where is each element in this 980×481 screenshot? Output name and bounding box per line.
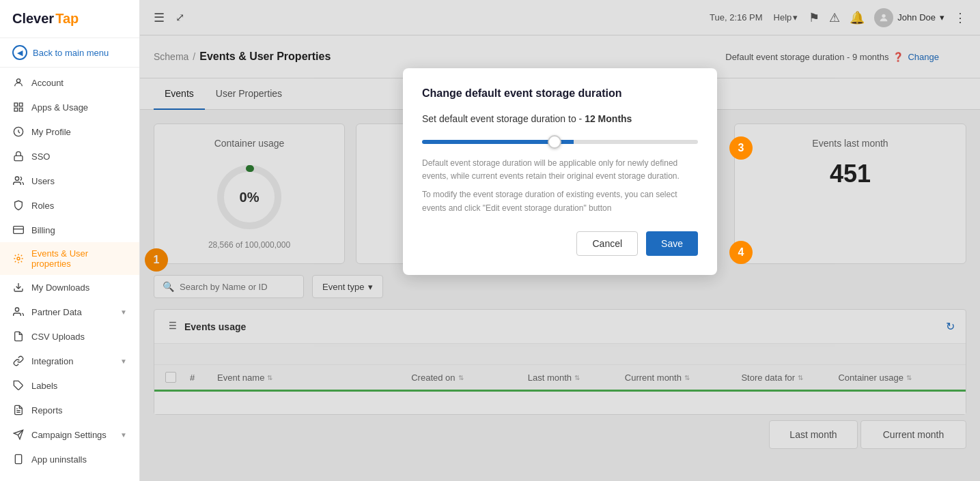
sidebar-item-reports-label: Reports (31, 405, 63, 416)
slider-container (422, 135, 698, 146)
reports-icon (12, 404, 25, 416)
sidebar-item-downloads[interactable]: My Downloads (0, 275, 139, 300)
sidebar-item-app-uninstalls[interactable]: App uninstalls (0, 447, 139, 471)
cancel-button[interactable]: Cancel (576, 231, 638, 256)
svg-rect-1 (14, 103, 18, 106)
back-icon: ◀ (12, 45, 27, 60)
sidebar-item-app-uninstalls-label: App uninstalls (31, 454, 87, 465)
sidebar-item-account[interactable]: Account (0, 70, 139, 95)
modal-title: Change default event storage duration (422, 87, 698, 100)
account-icon (12, 76, 25, 89)
app-uninstalls-icon (12, 453, 25, 465)
users-icon (12, 175, 25, 187)
sidebar-item-billing-label: Billing (31, 225, 55, 235)
sidebar-nav: Account Apps & Usage My Profile SSO User… (0, 68, 139, 481)
sidebar-item-roles-label: Roles (31, 201, 54, 211)
svg-rect-8 (14, 227, 24, 234)
sidebar-item-csv-uploads[interactable]: CSV Uploads (0, 324, 139, 349)
modal-note-1: Default event storage duration will be a… (422, 157, 698, 183)
svg-point-7 (15, 177, 18, 180)
partner-chevron-icon: ▼ (120, 308, 127, 316)
campaign-chevron-icon: ▼ (120, 431, 127, 439)
sidebar-item-users[interactable]: Users (0, 169, 139, 193)
logo-clever: Clever (12, 11, 54, 27)
sidebar-item-users-label: Users (31, 176, 55, 186)
sidebar-item-partner-label: Partner Data (31, 307, 82, 317)
modal-overlay: Change default event storage duration Se… (140, 0, 980, 481)
modal-label: Set default event storage duration to - … (422, 113, 698, 124)
svg-rect-2 (19, 103, 23, 106)
integration-icon (12, 355, 25, 367)
back-to-main-menu[interactable]: ◀ Back to main menu (0, 38, 139, 68)
sidebar-item-billing[interactable]: Billing (0, 218, 139, 242)
sidebar-item-roles[interactable]: Roles (0, 193, 139, 218)
sidebar: CleverTap ◀ Back to main menu Account Ap… (0, 0, 140, 481)
svg-point-12 (15, 308, 18, 311)
svg-rect-16 (15, 454, 21, 463)
sidebar-item-labels[interactable]: Labels (0, 373, 139, 398)
sidebar-item-integration[interactable]: Integration ▼ (0, 349, 139, 373)
sidebar-item-downloads-label: My Downloads (31, 282, 89, 293)
sidebar-item-integration-label: Integration (31, 356, 73, 366)
modal-note-2: To modify the event storage duration of … (422, 188, 698, 214)
sso-icon (12, 150, 25, 162)
sidebar-item-campaign-settings[interactable]: Campaign Settings ▼ (0, 422, 139, 447)
profile-icon (12, 126, 25, 138)
modal-change-storage: Change default event storage duration Se… (403, 68, 717, 275)
sidebar-item-apps-usage[interactable]: Apps & Usage (0, 95, 139, 119)
sidebar-item-sso[interactable]: SSO (0, 144, 139, 169)
storage-slider[interactable] (422, 140, 698, 144)
sidebar-item-reports[interactable]: Reports (0, 398, 139, 422)
logo-tap: Tap (55, 11, 79, 27)
save-button[interactable]: Save (646, 231, 698, 256)
sidebar-item-labels-label: Labels (31, 381, 57, 391)
sidebar-item-partner-data[interactable]: Partner Data ▼ (0, 300, 139, 324)
events-icon (12, 252, 25, 265)
sidebar-item-profile-label: My Profile (31, 127, 71, 137)
roles-icon (12, 199, 25, 212)
sidebar-item-campaign-label: Campaign Settings (31, 430, 107, 440)
modal-footer: Cancel Save (422, 231, 698, 256)
annotation-4: 4 (729, 241, 753, 264)
billing-icon (12, 224, 25, 236)
sidebar-item-profile[interactable]: My Profile (0, 119, 139, 144)
sidebar-item-events-user-properties[interactable]: Events & User properties (0, 242, 139, 275)
sidebar-item-account-label: Account (31, 78, 64, 88)
svg-point-10 (17, 257, 20, 260)
sidebar-item-csv-label: CSV Uploads (31, 332, 85, 342)
svg-rect-3 (14, 108, 18, 111)
back-label: Back to main menu (33, 48, 109, 58)
integration-chevron-icon: ▼ (120, 358, 127, 365)
modal-value: 12 Months (585, 113, 632, 124)
svg-point-0 (16, 79, 20, 83)
svg-rect-6 (14, 156, 23, 160)
csv-icon (12, 330, 25, 342)
campaign-icon (12, 428, 25, 441)
svg-rect-4 (19, 108, 23, 111)
sidebar-item-apps-usage-label: Apps & Usage (31, 102, 88, 113)
logo: CleverTap (0, 0, 139, 38)
sidebar-item-events-label: Events & User properties (31, 248, 127, 269)
apps-usage-icon (12, 101, 25, 113)
labels-icon (12, 379, 25, 392)
sidebar-item-sso-label: SSO (31, 151, 50, 162)
downloads-icon (12, 281, 25, 293)
annotation-3: 3 (729, 136, 753, 160)
partner-icon (12, 306, 25, 318)
